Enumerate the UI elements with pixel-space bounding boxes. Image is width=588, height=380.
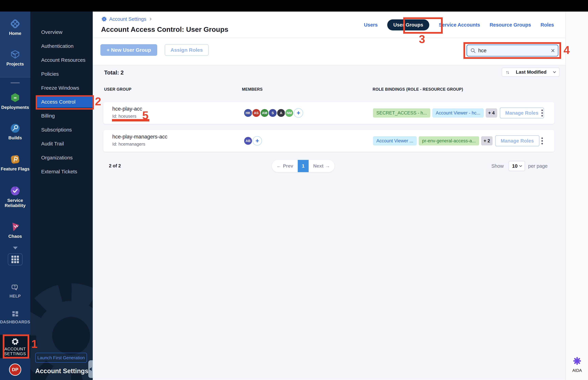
- add-member-button[interactable]: +: [294, 108, 303, 118]
- nav-item-freeze-windows[interactable]: Freeze Windows: [30, 81, 93, 95]
- home-icon: [10, 18, 21, 29]
- row-menu-icon[interactable]: [539, 137, 546, 144]
- member-avatar[interactable]: HK: [244, 109, 252, 117]
- tab-roles[interactable]: Roles: [541, 22, 554, 28]
- member-avatar[interactable]: AB: [244, 136, 252, 145]
- member-avatar[interactable]: A: [277, 109, 285, 117]
- sidebar-item-label: Deployments: [0, 105, 30, 110]
- feature-flags-icon: [10, 154, 21, 165]
- per-page-label: per page: [528, 163, 548, 169]
- sidebar-item-label: Service Reliability: [0, 198, 30, 208]
- group-id: Id: hcemanagers: [112, 142, 145, 147]
- nav-item-audit-trail[interactable]: Audit Trail: [30, 137, 93, 151]
- group-name[interactable]: hce-play-acc: [112, 106, 142, 112]
- page-size-value: 10: [512, 163, 518, 169]
- builds-icon: [10, 123, 21, 134]
- nav-item-account-resources[interactable]: Account Resources: [30, 53, 93, 67]
- user-avatar[interactable]: DP: [9, 363, 21, 376]
- pagination: ←Prev 1 Next→: [272, 160, 335, 172]
- svg-text:?: ?: [14, 285, 16, 288]
- launch-first-generation-button[interactable]: Launch First Generation: [35, 353, 87, 363]
- nav-item-policies[interactable]: Policies: [30, 67, 93, 81]
- new-user-group-button[interactable]: + New User Group: [100, 44, 157, 56]
- group-name[interactable]: hce-play-managers-acc: [112, 134, 167, 140]
- search-icon: [470, 48, 476, 53]
- assign-roles-button[interactable]: Assign Roles: [165, 44, 209, 56]
- account-settings-label-line1: ACCOUNT: [4, 347, 26, 351]
- sidebar-item-projects[interactable]: Projects: [0, 49, 30, 67]
- current-page[interactable]: 1: [298, 160, 309, 172]
- member-avatar[interactable]: AS: [252, 109, 261, 117]
- manage-roles-button[interactable]: Manage Roles: [500, 108, 544, 118]
- nav-item-billing[interactable]: Billing: [30, 109, 93, 123]
- add-member-button[interactable]: +: [252, 136, 262, 146]
- new-user-group-label: New User Group: [111, 47, 151, 53]
- chaos-icon: [10, 221, 21, 232]
- role-binding-badge: Account Viewer ...: [373, 136, 417, 145]
- page-size-select[interactable]: 10: [509, 161, 525, 171]
- sidebar-item-label: Home: [0, 31, 30, 36]
- show-label: Show: [491, 163, 504, 169]
- sidebar-item-service-reliability[interactable]: Service Reliability: [0, 185, 30, 208]
- user-group-row[interactable]: hce-play-acc Id: hceusers HK AS AM S A N…: [103, 102, 554, 124]
- member-avatar[interactable]: NM: [285, 109, 294, 117]
- nav-item-access-control[interactable]: Access Control: [37, 96, 93, 108]
- result-range: 2 of 2: [109, 163, 121, 169]
- nav-item-subscriptions[interactable]: Subscriptions: [30, 123, 93, 137]
- nav-item-overview[interactable]: Overview: [30, 25, 93, 39]
- tab-service-accounts[interactable]: Service Accounts: [439, 22, 480, 28]
- search-box[interactable]: ×: [467, 45, 558, 57]
- breadcrumb-chevron-icon: [149, 18, 152, 20]
- pagination-row: 2 of 2 ←Prev 1 Next→ Show 10 per page: [93, 160, 566, 172]
- sort-dropdown[interactable]: ↑↓ Last Modified: [502, 68, 560, 76]
- role-binding-more-badge[interactable]: + 4: [486, 108, 497, 117]
- user-group-row[interactable]: hce-play-managers-acc Id: hcemanagers AB…: [103, 130, 554, 152]
- sidebar-item-label: Chaos: [0, 234, 30, 239]
- sidebar-item-home[interactable]: Home: [0, 18, 30, 36]
- member-avatar[interactable]: S: [268, 109, 277, 117]
- sidebar-item-dashboards[interactable]: DASHBOARDS: [0, 310, 30, 324]
- collapse-sidebar-handle[interactable]: [88, 360, 93, 378]
- nav-item-organizations[interactable]: Organizations: [30, 151, 93, 165]
- module-picker-button[interactable]: [8, 253, 22, 265]
- sidebar-item-chaos[interactable]: Chaos: [0, 221, 30, 239]
- access-control-tabs: Users User Groups Service Accounts Resou…: [364, 12, 554, 38]
- sidebar-item-label: DASHBOARDS: [0, 320, 30, 324]
- breadcrumb-label[interactable]: Account Settings: [109, 16, 146, 22]
- sidebar-item-help[interactable]: ? HELP: [0, 284, 30, 299]
- nav-item-external-tickets[interactable]: External Tickets: [30, 165, 93, 179]
- sidebar-item-feature-flags[interactable]: Feature Flags: [0, 154, 30, 171]
- next-label: Next: [313, 163, 323, 169]
- settings-nav-title: Account Settings: [35, 367, 88, 375]
- sidebar-item-builds[interactable]: Builds: [0, 123, 30, 140]
- breadcrumb[interactable]: Account Settings: [101, 16, 151, 22]
- search-input[interactable]: [478, 48, 549, 53]
- aida-label: AIDA: [571, 368, 584, 373]
- nav-item-authentication[interactable]: Authentication: [30, 39, 93, 53]
- aida-icon: [572, 356, 583, 366]
- sidebar-item-account-settings[interactable]: ACCOUNT SETTINGS: [0, 335, 30, 358]
- toolbar: + New User Group Assign Roles ×: [93, 38, 566, 65]
- column-members: MEMBERS: [242, 87, 263, 92]
- member-avatar[interactable]: AM: [260, 109, 269, 117]
- next-page-button[interactable]: Next→: [309, 160, 335, 172]
- tab-users[interactable]: Users: [364, 22, 378, 28]
- main-panel: Account Settings Account Access Control:…: [93, 12, 566, 380]
- arrow-left-icon: ←: [276, 163, 281, 169]
- aida-widget[interactable]: AIDA: [571, 356, 584, 373]
- prev-page-button[interactable]: ←Prev: [272, 160, 298, 172]
- chevron-down-icon[interactable]: [13, 247, 18, 249]
- sidebar-divider: [0, 77, 30, 77]
- clear-search-icon[interactable]: ×: [551, 47, 555, 54]
- right-gutter: AIDA: [566, 12, 588, 380]
- tab-user-groups[interactable]: User Groups: [387, 19, 429, 30]
- annotation-number-3: 3: [419, 33, 425, 46]
- tab-resource-groups[interactable]: Resource Groups: [490, 22, 531, 28]
- svg-text:∞: ∞: [14, 95, 17, 100]
- manage-roles-button[interactable]: Manage Roles: [495, 135, 539, 146]
- row-menu-icon[interactable]: [539, 110, 546, 116]
- page-title: Account Access Control: User Groups: [101, 25, 228, 34]
- role-binding-more-badge[interactable]: + 2: [481, 136, 492, 145]
- account-settings-label-line2: SETTINGS: [4, 351, 26, 356]
- sidebar-item-deployments[interactable]: ∞ Deployments: [0, 92, 30, 110]
